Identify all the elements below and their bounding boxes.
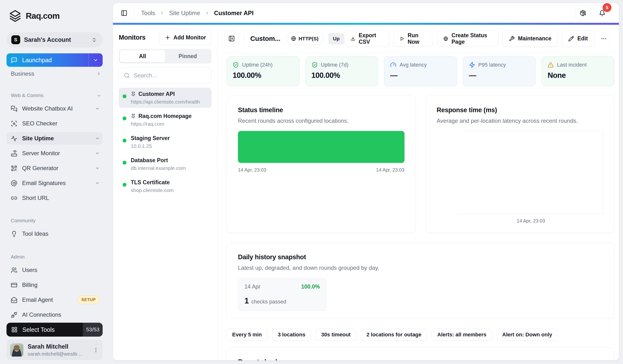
sidebar-item-qr-generator[interactable]: QR Generator [6,164,103,173]
more-vertical-icon[interactable] [93,347,99,353]
message-square-icon [11,57,17,64]
sidebar-item-label: Billing [22,282,38,288]
stat-label: P95 latency [478,62,506,68]
add-monitor-button[interactable]: Add Monitor [159,30,212,45]
sidebar-item-email-signatures[interactable]: Email Signatures [6,178,103,188]
app-root: Raq.com S Sarah's Account Launchpad [0,0,623,364]
sidebar-item-short-url[interactable]: Short URL [6,193,103,203]
x-axis-tick-label: 14 Apr, 23:03 [459,218,603,224]
breadcrumb-tools[interactable]: Tools [141,10,155,17]
wrench-icon [509,36,515,42]
export-csv-label: Export CSV [359,32,383,45]
user-profile-card[interactable]: Sarah Mitchell sarah.mitchell@westbur... [6,340,103,360]
stat-last-incident: Last incident None [541,56,614,86]
monitor-actions: Export CSV Run Now Create Status Page [344,30,609,47]
package-search-button[interactable] [575,5,591,21]
card-subtitle: Recent rounds across configured location… [238,117,404,124]
monitor-item-customer-api[interactable]: Customer API https://api.clientsite.com/… [119,88,212,108]
sidebar-item-label: Short URL [22,195,49,201]
chevrons-up-down-icon [91,37,97,43]
monitors-tabs: All Pinned [119,49,212,64]
link-icon [11,195,17,201]
monitor-item-tls-certificate[interactable]: TLS Certificate shop.clientsite.com [119,176,212,196]
launchpad-button[interactable]: Launchpad [6,53,103,67]
avatar [10,343,23,357]
gauge-icon [390,62,396,68]
tag-locations: 3 locations [272,329,311,341]
maintenance-button[interactable]: Maintenance [502,30,558,47]
sidebar-group-items: Website Chatbox AI SEO Checker Site Upti… [6,104,103,208]
status-up-dot [123,117,126,120]
sidebar-item-label: QR Generator [22,165,58,171]
stat-uptime-7d: Uptime (7d) 100.00% [306,56,378,86]
sidebar-item-server-monitor[interactable]: Server Monitor [6,149,103,158]
sidebar-item-seo-checker[interactable]: SEO Checker [6,119,103,128]
stat-avg-latency: Avg latency — [384,56,457,86]
globe-icon [291,36,296,41]
sidebar-group-web-comms[interactable]: Web & Comms [11,93,101,98]
tab-all[interactable]: All [120,50,165,62]
stat-p95-latency: P95 latency — [463,56,536,86]
sidebar-item-website-chatbox-ai[interactable]: Website Chatbox AI [6,104,103,113]
content-row: Monitors Add Monitor All Pinned [113,25,619,360]
monitor-name: Database Port [131,157,168,164]
monitor-item-raq-homepage[interactable]: Raq.com Homepage https://raq.com [119,110,212,130]
search-input[interactable] [133,72,209,79]
monitor-item-database-port[interactable]: Database Port db.internal.example.com [119,154,212,174]
stat-value: — [469,71,530,80]
search-icon [124,73,130,79]
more-actions-button[interactable] [598,31,609,46]
select-tools-button[interactable]: Select Tools 53/53 [6,323,103,337]
setup-badge: SETUP [77,296,100,304]
breadcrumb-site-uptime[interactable]: Site Uptime [169,10,200,17]
activity-icon [11,135,17,142]
monitors-panel: Monitors Add Monitor All Pinned [113,25,218,360]
chevron-down-icon [95,136,100,141]
sidebar-item-site-uptime[interactable]: Site Uptime [6,132,103,145]
launchpad-main[interactable]: Launchpad [6,57,89,64]
launchpad-expand-button[interactable] [89,53,103,67]
sidebar-item-billing[interactable]: Billing [6,280,103,290]
day-date: 14 Apr [245,283,261,290]
monitor-search [119,67,212,83]
day-uptime-percent: 100.0% [301,283,320,290]
monitor-url: db.internal.example.com [131,165,186,171]
tag-outage-locations: 2 locations for outage [361,329,427,341]
monitor-item-staging-server[interactable]: Staging Server 10.0.1.25 [119,132,212,152]
group-title-label: Admin [11,254,25,260]
sidebar-item-email-agent[interactable]: Email Agent SETUP [6,295,103,304]
create-status-page-button[interactable]: Create Status Page [437,30,498,47]
breadcrumb-current: Customer API [214,10,254,17]
tag-interval: Every 5 min [227,329,267,341]
maintenance-label: Maintenance [518,35,551,42]
chevron-down-icon [95,106,100,111]
timeline-end-label: 14 Apr, 23:03 [376,167,404,173]
collapse-panel-button[interactable] [224,31,238,46]
sidebar-item-tool-ideas[interactable]: Tool Ideas [6,229,103,238]
topbar-actions: 5 [575,5,610,21]
edit-button[interactable]: Edit [562,30,594,47]
run-now-button[interactable]: Run Now [393,30,433,47]
sidebar-toggle-icon[interactable] [121,10,127,16]
sidebar-group-admin: Admin [11,254,101,260]
sidebar-item-users[interactable]: Users [6,265,103,275]
status-timeline-card: Status timeline Recent rounds across con… [227,96,416,233]
chevron-right-icon [96,71,101,76]
charts-row: Status timeline Recent rounds across con… [227,96,614,233]
account-avatar: S [11,35,20,44]
stat-label: Uptime (7d) [321,62,349,68]
sidebar-item-business[interactable]: Business [11,70,101,78]
monitor-title: Custom... [250,35,280,43]
tab-pinned[interactable]: Pinned [165,50,210,62]
chevron-right-icon [160,11,164,15]
notifications-button[interactable]: 5 [594,5,610,21]
checks-passed-label: checks passed [251,299,286,305]
card-title: Status timeline [238,107,404,114]
export-csv-button[interactable]: Export CSV [344,30,389,47]
business-label: Business [11,70,34,77]
messages-square-icon [11,106,17,112]
sidebar-item-ai-connections[interactable]: AI Connections [6,310,103,319]
account-switcher[interactable]: S Sarah's Account [6,32,103,47]
monitor-url: shop.clientsite.com [131,187,174,193]
monitor-detail: Custom... HTTP(S) Up Export CSV Run [218,25,619,360]
